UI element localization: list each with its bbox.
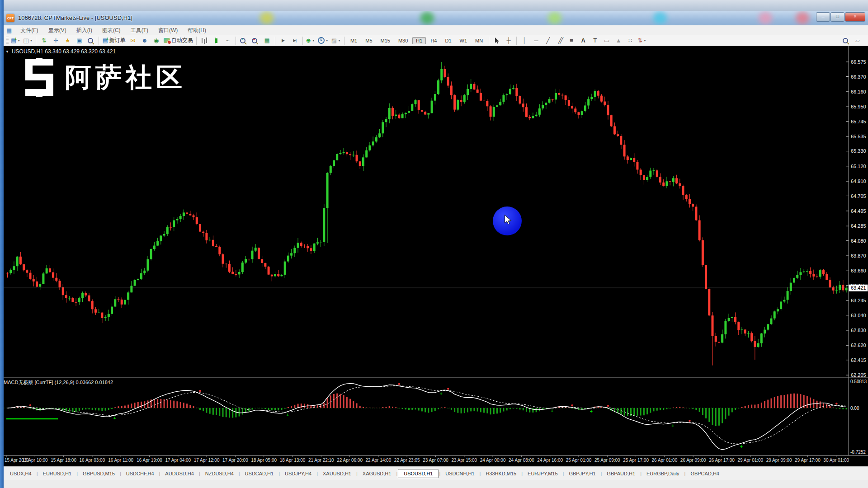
cursor-button[interactable] <box>491 36 502 45</box>
tab-divider: | <box>684 471 686 476</box>
chart-tab-gbpaud-h1[interactable]: GBPAUD,H1 <box>602 469 640 478</box>
auto-scroll-button[interactable]: |▶ <box>278 36 288 45</box>
search-button[interactable] <box>840 36 851 45</box>
close-button[interactable]: × <box>845 12 865 22</box>
chart-tab-eurgbp-daily[interactable]: EURGBP,Daily <box>642 469 684 478</box>
chart-region[interactable]: ▼USOUSD,H1 63.340 63.429 63.320 63.421 阿… <box>0 46 868 466</box>
svg-text:+: + <box>590 409 593 414</box>
zoom-in-button[interactable] <box>238 36 249 45</box>
window-controls: –□× <box>816 12 865 22</box>
tab-divider: | <box>439 471 440 476</box>
timeframe-w1-button[interactable]: W1 <box>456 37 471 44</box>
chart-tabs-bar: USDX,H4|EURUSD,H1|GBPUSD,M15|USDCHF,H4|A… <box>4 466 868 480</box>
menu-item-6[interactable]: 帮助(H) <box>183 26 211 35</box>
menu-item-4[interactable]: 工具(T) <box>126 26 153 35</box>
profiles-button[interactable]: ◫▼ <box>22 36 33 45</box>
chart-shift-button[interactable]: ▶| <box>289 36 300 45</box>
menu-item-0[interactable]: 文件(F) <box>15 26 43 35</box>
vertical-line-button[interactable]: │ <box>519 36 530 45</box>
chart-tab-usdcad-h1[interactable]: USDCAD,H1 <box>241 469 278 478</box>
tab-divider: | <box>601 471 602 476</box>
data-window-button[interactable]: ✛ <box>50 36 61 45</box>
text-button[interactable]: A <box>578 36 589 45</box>
menu-item-2[interactable]: 插入(I) <box>71 26 97 35</box>
candles <box>6 62 848 375</box>
tile-windows-button[interactable]: ▦ <box>262 36 273 45</box>
tab-divider: | <box>120 471 121 476</box>
timeframe-h4-button[interactable]: H4 <box>427 37 440 44</box>
new-order-button[interactable]: ▤+新订单 <box>101 36 126 45</box>
candlestick-chart[interactable]: +++++++66.57566.37066.16065.95065.74565.… <box>0 46 868 466</box>
triangle-button[interactable]: ▲ <box>613 36 624 45</box>
chart-tab-xauusd-h1[interactable]: XAUUSD,H1 <box>318 469 356 478</box>
market-watch-button[interactable]: ⇅ <box>38 36 49 45</box>
shapes-button[interactable]: ∷ <box>625 36 636 45</box>
timeframe-m5-button[interactable]: M5 <box>362 37 376 44</box>
svg-text:16 Apr 19:00: 16 Apr 19:00 <box>137 458 162 463</box>
chat-button[interactable]: ✉ <box>127 36 138 45</box>
chart-tab-usdjpy-h4[interactable]: USDJPY,H4 <box>280 469 316 478</box>
trendline-button[interactable]: ╱ <box>542 36 553 45</box>
layout-button[interactable]: ▱ <box>852 36 863 45</box>
fibonacci-button[interactable]: ≡ <box>566 36 577 45</box>
periods-button[interactable]: ▼ <box>317 36 330 45</box>
svg-text:63.660: 63.660 <box>851 268 866 273</box>
indicators-button[interactable]: ⊕▼ <box>305 36 316 45</box>
community-button[interactable]: ☻ <box>139 36 150 45</box>
templates-button[interactable]: ▨▼ <box>330 36 342 45</box>
app-icon: CPT <box>6 14 14 22</box>
terminal-button[interactable]: ▣ <box>74 36 85 45</box>
navigator-button[interactable]: ★ <box>62 36 73 45</box>
tab-divider: | <box>480 471 481 476</box>
svg-text:21 Apr 22:10: 21 Apr 22:10 <box>308 458 334 463</box>
bar-chart-button[interactable] <box>199 36 210 45</box>
menu-item-1[interactable]: 显示(V) <box>43 26 71 35</box>
new-chart-button[interactable]: ▤+▼ <box>10 36 21 45</box>
chart-tab-audusd-h4[interactable]: AUDUSD,H4 <box>160 469 198 478</box>
svg-text:16 Apr 03:00: 16 Apr 03:00 <box>80 458 105 463</box>
chart-tab-gbpcad-h4[interactable]: GBPCAD,H4 <box>686 469 724 478</box>
chart-tab-h33hkd-m15[interactable]: H33HKD,M15 <box>481 469 521 478</box>
chart-tab-usdx-h4[interactable]: USDX,H4 <box>5 469 36 478</box>
svg-text:65.120: 65.120 <box>851 164 866 169</box>
rectangle-button[interactable]: ▭ <box>601 36 612 45</box>
timeframe-m30-button[interactable]: M30 <box>395 37 411 44</box>
menu-item-5[interactable]: 窗口(W) <box>153 26 183 35</box>
svg-text:62.205: 62.205 <box>851 372 866 378</box>
timeframe-m1-button[interactable]: M1 <box>347 37 361 44</box>
signals-button[interactable]: ◉ <box>151 36 162 45</box>
svg-text:24 Apr 16:00: 24 Apr 16:00 <box>537 458 563 463</box>
line-chart-button[interactable]: ~ <box>222 36 233 45</box>
label-button[interactable]: T <box>590 36 600 45</box>
chart-tab-eurjpy-m15[interactable]: EURJPY,M15 <box>523 469 562 478</box>
menu-item-3[interactable]: 图表(C) <box>97 26 126 35</box>
aero-glass-blob <box>260 12 274 24</box>
auto-trading-button[interactable]: 自动交易 <box>163 36 194 45</box>
arrows-button[interactable]: ⇅▼ <box>637 36 647 45</box>
candlestick-button[interactable] <box>211 36 222 45</box>
crosshair-button[interactable]: ┼ <box>503 36 514 45</box>
svg-text:64.080: 64.080 <box>851 238 866 244</box>
channel-button[interactable]: ╱╱ <box>554 36 565 45</box>
timeframe-m15-button[interactable]: M15 <box>377 37 394 44</box>
chart-tab-nzdusd-h4[interactable]: NZDUSD,H4 <box>201 469 238 478</box>
chart-tab-gbpusd-m15[interactable]: GBPUSD,M15 <box>78 469 119 478</box>
chart-tab-usdchf-h4[interactable]: USDCHF,H4 <box>122 469 159 478</box>
horizontal-line-button[interactable]: ─ <box>531 36 542 45</box>
titlebar[interactable]: CPT 1066728: CPTMarkets-Live - [USOUSD,H… <box>0 11 868 26</box>
maximize-button[interactable]: □ <box>830 12 844 22</box>
strategy-tester-button[interactable] <box>85 36 96 45</box>
chart-tab-usdcnh-h1[interactable]: USDCNH,H1 <box>441 469 479 478</box>
chart-tab-usousd-h1[interactable]: USOUSD,H1 <box>398 469 439 478</box>
timeframe-mn-button[interactable]: MN <box>472 37 486 44</box>
svg-text:23 Apr 15:00: 23 Apr 15:00 <box>451 458 477 463</box>
chart-tab-eurusd-h1[interactable]: EURUSD,H1 <box>38 469 76 478</box>
macd-pane: +++++++ <box>4 383 849 450</box>
chart-tab-gbpjpy-h1[interactable]: GBPJPY,H1 <box>564 469 600 478</box>
timeframe-h1-button[interactable]: H1 <box>412 37 426 44</box>
zoom-out-button[interactable] <box>250 36 261 45</box>
timeframe-d1-button[interactable]: D1 <box>441 37 455 44</box>
chart-tab-xagusd-h1[interactable]: XAGUSD,H1 <box>358 469 396 478</box>
minimize-button[interactable]: – <box>816 12 830 22</box>
svg-text:17 Apr 12:00: 17 Apr 12:00 <box>194 458 220 463</box>
